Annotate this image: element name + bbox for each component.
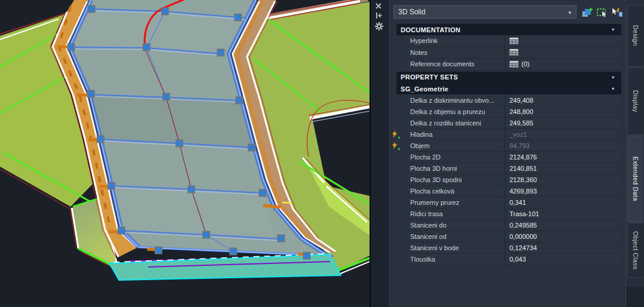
property-label: Plocha celková bbox=[408, 186, 505, 197]
property-label: Hladina bbox=[408, 129, 505, 140]
property-label: Staniceni do bbox=[408, 220, 505, 231]
row-gutter bbox=[389, 35, 408, 47]
tab-extended-data[interactable]: Extended Data bbox=[627, 136, 643, 222]
property-row: Plocha 2D2124,876 bbox=[389, 152, 621, 163]
property-row: +Hladina_voz1 bbox=[389, 129, 621, 140]
property-row: Plocha celková4269,893 bbox=[389, 186, 621, 197]
property-label: Delka z diskriminantu obvo... bbox=[408, 95, 505, 106]
row-gutter bbox=[389, 95, 408, 106]
row-gutter: + bbox=[389, 129, 408, 140]
row-gutter bbox=[389, 47, 408, 59]
worksheet-icon[interactable] bbox=[509, 49, 518, 56]
row-gutter bbox=[389, 59, 408, 70]
property-value[interactable]: 0,124734 bbox=[505, 242, 621, 254]
property-row: Staniceni od0,000000 bbox=[389, 231, 621, 242]
auto-hide-icon[interactable] bbox=[374, 11, 385, 21]
close-icon[interactable] bbox=[374, 2, 385, 11]
property-row: Reference documents(0) bbox=[389, 59, 621, 70]
property-label: Plocha 3D spodni bbox=[408, 174, 505, 186]
property-label: Delka z objemu a prurezu bbox=[408, 106, 505, 118]
property-label: Plocha 2D bbox=[408, 152, 505, 163]
drawing-viewport[interactable] bbox=[0, 0, 370, 307]
property-value[interactable] bbox=[505, 47, 621, 59]
auto-value-lightning-icon: + bbox=[391, 131, 399, 139]
row-gutter bbox=[389, 242, 408, 254]
row-gutter bbox=[389, 220, 408, 231]
tab-object-class[interactable]: Object Class bbox=[627, 223, 643, 278]
palette-tab-strip: Design Display Extended Data Object Clas… bbox=[625, 0, 644, 307]
section-title: DOCUMENTATION bbox=[401, 26, 460, 33]
property-label: Staniceni od bbox=[408, 231, 505, 242]
property-rows: Delka z diskriminantu obvo...249,408Delk… bbox=[389, 95, 621, 265]
row-gutter bbox=[389, 106, 408, 118]
property-row: Delka z diskriminantu obvo...249,408 bbox=[389, 95, 621, 106]
select-objects-button[interactable] bbox=[596, 7, 608, 19]
section-header-property-sets[interactable]: PROPERTY SETS ▼ bbox=[396, 72, 621, 83]
property-label: Tloustka bbox=[408, 254, 505, 265]
property-label: Plocha 3D horni bbox=[408, 163, 505, 174]
property-row: Ridici trasaTrasa-101 bbox=[389, 208, 621, 220]
property-value[interactable]: 84,793 bbox=[505, 140, 621, 152]
property-value[interactable]: _voz1 bbox=[505, 129, 621, 140]
section-title: SG_Geometrie bbox=[401, 85, 448, 93]
properties-menu-icon[interactable] bbox=[374, 22, 385, 31]
property-value[interactable]: 249,585 bbox=[505, 118, 621, 129]
property-row: Tloustka0,043 bbox=[389, 254, 621, 265]
property-row: Delka z rozdilu staniceni249,585 bbox=[389, 118, 621, 129]
row-gutter: + bbox=[389, 140, 408, 152]
documentation-rows: HyperlinkNotesReference documents(0) bbox=[389, 35, 621, 70]
property-value[interactable]: 4269,893 bbox=[505, 186, 621, 197]
model-canvas[interactable] bbox=[0, 0, 370, 307]
collapse-icon[interactable]: ▼ bbox=[611, 27, 615, 32]
row-gutter bbox=[389, 118, 408, 129]
property-row: Staniceni v bode0,124734 bbox=[389, 242, 621, 254]
row-gutter bbox=[389, 174, 408, 186]
chevron-down-icon: ▼ bbox=[567, 10, 572, 16]
auto-value-lightning-icon: + bbox=[391, 142, 399, 151]
property-row: Notes bbox=[389, 47, 621, 59]
property-value[interactable] bbox=[505, 35, 621, 47]
property-row: Delka z objemu a prurezu248,800 bbox=[389, 106, 621, 118]
property-row: Plocha 3D horni2140,851 bbox=[389, 163, 621, 174]
property-value[interactable]: Trasa-101 bbox=[505, 208, 621, 220]
row-gutter bbox=[389, 152, 408, 163]
properties-panel: 3D Solid ▼ DOCUMENTATIO bbox=[389, 0, 625, 307]
quick-select-button[interactable] bbox=[611, 7, 623, 19]
row-gutter bbox=[389, 197, 408, 208]
property-value[interactable]: 0,341 bbox=[505, 197, 621, 208]
property-row: Prumerny prurez0,341 bbox=[389, 197, 621, 208]
row-gutter bbox=[389, 208, 408, 220]
property-value[interactable]: 0,000000 bbox=[505, 231, 621, 242]
tab-design[interactable]: Design bbox=[627, 5, 643, 67]
property-value[interactable]: 2140,851 bbox=[505, 163, 621, 174]
property-label: Reference documents bbox=[408, 59, 505, 70]
collapse-icon[interactable]: ▼ bbox=[611, 87, 615, 91]
pickadd-toggle-button[interactable] bbox=[581, 7, 593, 19]
property-value[interactable]: 248,800 bbox=[505, 106, 621, 118]
section-header-documentation[interactable]: DOCUMENTATION ▼ bbox=[396, 24, 621, 35]
property-label: Hyperlink bbox=[408, 35, 505, 47]
property-row: Hyperlink bbox=[389, 35, 621, 47]
property-value[interactable]: 2124,876 bbox=[505, 152, 621, 163]
worksheet-icon[interactable] bbox=[509, 38, 518, 44]
worksheet-icon[interactable] bbox=[509, 61, 518, 67]
collapse-icon[interactable]: ▼ bbox=[611, 75, 615, 79]
tab-display[interactable]: Display bbox=[627, 67, 643, 135]
property-row: Staniceni do0,249585 bbox=[389, 220, 621, 231]
object-type-select[interactable]: 3D Solid ▼ bbox=[393, 5, 576, 19]
property-value[interactable]: 0,043 bbox=[505, 254, 621, 265]
property-label: Staniceni v bode bbox=[408, 242, 505, 254]
property-label: Ridici trasa bbox=[408, 208, 505, 220]
property-label: Objem bbox=[408, 140, 505, 152]
property-value[interactable]: 0,249585 bbox=[505, 220, 621, 231]
row-gutter bbox=[389, 163, 408, 174]
property-row: +Objem84,793 bbox=[389, 140, 621, 152]
object-type-value: 3D Solid bbox=[398, 8, 425, 16]
property-value[interactable]: (0) bbox=[505, 59, 621, 70]
row-gutter bbox=[389, 254, 408, 265]
property-value[interactable]: 2128,360 bbox=[505, 174, 621, 186]
section-title: PROPERTY SETS bbox=[401, 73, 458, 81]
section-header-sg-geometrie[interactable]: SG_Geometrie ▼ bbox=[396, 83, 621, 94]
property-value[interactable]: 249,408 bbox=[505, 95, 621, 106]
property-label: Prumerny prurez bbox=[408, 197, 505, 208]
